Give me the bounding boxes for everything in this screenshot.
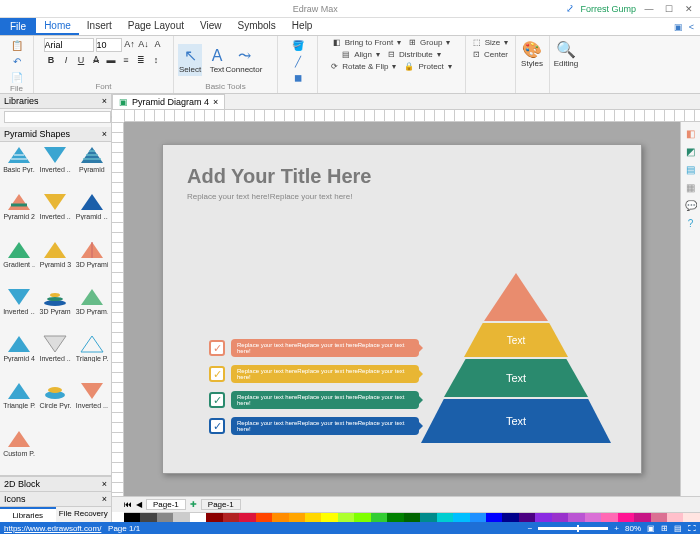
group-button[interactable]: ⊞ Group ▾ xyxy=(409,38,450,47)
size-button[interactable]: ⬚ Size ▾ xyxy=(473,38,509,47)
editing-button[interactable]: 🔍Editing xyxy=(554,38,578,70)
redo-icon[interactable]: 📄 xyxy=(10,70,24,84)
spacing-icon[interactable]: ↕ xyxy=(150,54,162,66)
pyramid-diagram[interactable]: Text Text Text xyxy=(421,263,611,443)
libraries-tab[interactable]: Libraries xyxy=(0,507,56,522)
highlight-icon[interactable]: ▬ xyxy=(105,54,117,66)
styles-button[interactable]: 🎨Styles xyxy=(520,38,544,70)
shape-item[interactable]: Inverted ... xyxy=(2,286,36,331)
shape-item[interactable]: Basic Pyr... xyxy=(2,144,36,189)
view-icon-2[interactable]: ⊞ xyxy=(661,524,668,533)
libraries-close-icon[interactable]: × xyxy=(102,96,107,106)
toolbar-icon-1[interactable]: ▣ xyxy=(674,22,683,32)
tab-insert[interactable]: Insert xyxy=(79,18,120,35)
align-button[interactable]: ▤ Align ▾ xyxy=(342,50,380,59)
font-color-icon[interactable]: A xyxy=(152,38,164,50)
undo-icon[interactable]: ↶ xyxy=(10,54,24,68)
doc-tab-close-icon[interactable]: × xyxy=(213,97,218,107)
shape-item[interactable]: Triangle P... xyxy=(2,380,36,425)
pyramid-layer-4[interactable] xyxy=(484,273,548,321)
pyramid-layer-3[interactable]: Text xyxy=(464,323,568,357)
bold-icon[interactable]: B xyxy=(45,54,57,66)
shape-item[interactable]: Pyramid ... xyxy=(75,191,109,236)
zoom-out-icon[interactable]: − xyxy=(528,524,533,533)
italic-icon[interactable]: I xyxy=(60,54,72,66)
increase-font-icon[interactable]: A↑ xyxy=(124,38,136,50)
select-tool[interactable]: ↖Select xyxy=(178,44,202,76)
user-name[interactable]: Forrest Gump xyxy=(580,4,636,14)
shape-item[interactable]: Triangle P... xyxy=(75,333,109,378)
pyramid-layer-2[interactable]: Text xyxy=(444,359,588,397)
paste-icon[interactable]: 📋 xyxy=(10,38,24,52)
rail-help-icon[interactable]: ? xyxy=(684,216,698,230)
file-menu[interactable]: File xyxy=(0,18,36,35)
toolbar-icon-2[interactable]: < xyxy=(689,22,694,32)
callout-4[interactable]: ✓Replace your text hereReplace your text… xyxy=(209,417,419,435)
share-icon[interactable]: ⤦ xyxy=(566,3,574,14)
bring-front-button[interactable]: ◧ Bring to Front ▾ xyxy=(333,38,401,47)
distribute-button[interactable]: ⊟ Distribute ▾ xyxy=(388,50,441,59)
tab-page-layout[interactable]: Page Layout xyxy=(120,18,192,35)
shape-item[interactable]: Pyramid 3 xyxy=(38,239,72,284)
canvas[interactable]: Add Your Title Here Replace your text he… xyxy=(124,122,680,496)
shape-item[interactable]: Custom P... xyxy=(2,428,36,473)
page-nav-first-icon[interactable]: ⏮ xyxy=(124,500,132,509)
shape-item[interactable]: Pyramid 2 xyxy=(2,191,36,236)
connector-tool[interactable]: ⤳Connector xyxy=(232,44,256,76)
pyramid-layer-1[interactable]: Text xyxy=(421,399,611,443)
fill-icon[interactable]: 🪣 xyxy=(291,38,305,52)
underline-icon[interactable]: U xyxy=(75,54,87,66)
file-recovery-tab[interactable]: File Recovery xyxy=(56,507,112,522)
shape-item[interactable]: Inverted ... xyxy=(38,333,72,378)
font-name-select[interactable] xyxy=(44,38,94,52)
color-swatches[interactable] xyxy=(124,512,700,522)
bullets-icon[interactable]: ≡ xyxy=(120,54,132,66)
rail-layer-icon[interactable]: ▦ xyxy=(684,180,698,194)
tab-help[interactable]: Help xyxy=(284,18,321,35)
shape-item[interactable]: Gradient ... xyxy=(2,239,36,284)
rail-page-icon[interactable]: ▤ xyxy=(684,162,698,176)
status-url[interactable]: https://www.edrawsoft.com/ xyxy=(4,524,101,533)
shape-item[interactable]: Inverted ... xyxy=(38,191,72,236)
decrease-font-icon[interactable]: A↓ xyxy=(138,38,150,50)
add-page-icon[interactable]: ✚ xyxy=(190,500,197,509)
page-tab-1[interactable]: Page-1 xyxy=(146,499,186,510)
callout-1[interactable]: ✓Replace your text hereReplace your text… xyxy=(209,339,419,357)
zoom-in-icon[interactable]: + xyxy=(614,524,619,533)
zoom-slider[interactable] xyxy=(538,527,608,530)
page-subtitle[interactable]: Replace your text here!Replace your text… xyxy=(187,192,617,201)
view-icon-3[interactable]: ▤ xyxy=(674,524,682,533)
tab-symbols[interactable]: Symbols xyxy=(230,18,284,35)
rail-format-icon[interactable]: ◧ xyxy=(684,126,698,140)
font-size-select[interactable] xyxy=(96,38,122,52)
close-button[interactable]: ✕ xyxy=(682,3,696,15)
shape-item[interactable]: Inverted ... xyxy=(38,144,72,189)
callout-3[interactable]: ✓Replace your text hereReplace your text… xyxy=(209,391,419,409)
center-button[interactable]: ⊡ Center xyxy=(473,50,508,59)
shape-item[interactable]: Pyramid xyxy=(75,144,109,189)
tab-home[interactable]: Home xyxy=(36,18,79,35)
line-icon[interactable]: ╱ xyxy=(291,54,305,68)
page-title[interactable]: Add Your Title Here xyxy=(187,165,617,188)
search-input[interactable] xyxy=(4,111,111,123)
page-tab-2[interactable]: Page-1 xyxy=(201,499,241,510)
shape-item[interactable]: Circle Pyr... xyxy=(38,380,72,425)
page-nav-prev-icon[interactable]: ◀ xyxy=(136,500,142,509)
strike-icon[interactable]: A̶ xyxy=(90,54,102,66)
fullscreen-icon[interactable]: ⛶ xyxy=(688,524,696,533)
protect-button[interactable]: 🔒 Protect ▾ xyxy=(404,62,451,71)
shape-item[interactable]: Inverted ... xyxy=(75,380,109,425)
icons-section[interactable]: Icons× xyxy=(0,491,111,506)
2d-block-section[interactable]: 2D Block× xyxy=(0,476,111,491)
view-icon-1[interactable]: ▣ xyxy=(647,524,655,533)
document-tab[interactable]: ▣ Pyramid Diagram 4 × xyxy=(112,94,225,109)
shadow-icon[interactable]: ◼ xyxy=(291,70,305,84)
shape-item[interactable]: 3D Pyramid xyxy=(75,239,109,284)
minimize-button[interactable]: — xyxy=(642,3,656,15)
maximize-button[interactable]: ☐ xyxy=(662,3,676,15)
align-icon[interactable]: ≣ xyxy=(135,54,147,66)
shape-item[interactable]: 3D Pyram... xyxy=(75,286,109,331)
callout-2[interactable]: ✓Replace your text hereReplace your text… xyxy=(209,365,419,383)
shapes-header[interactable]: Pyramid Shapes× xyxy=(0,127,111,142)
shape-item[interactable]: 3D Pyram... xyxy=(38,286,72,331)
